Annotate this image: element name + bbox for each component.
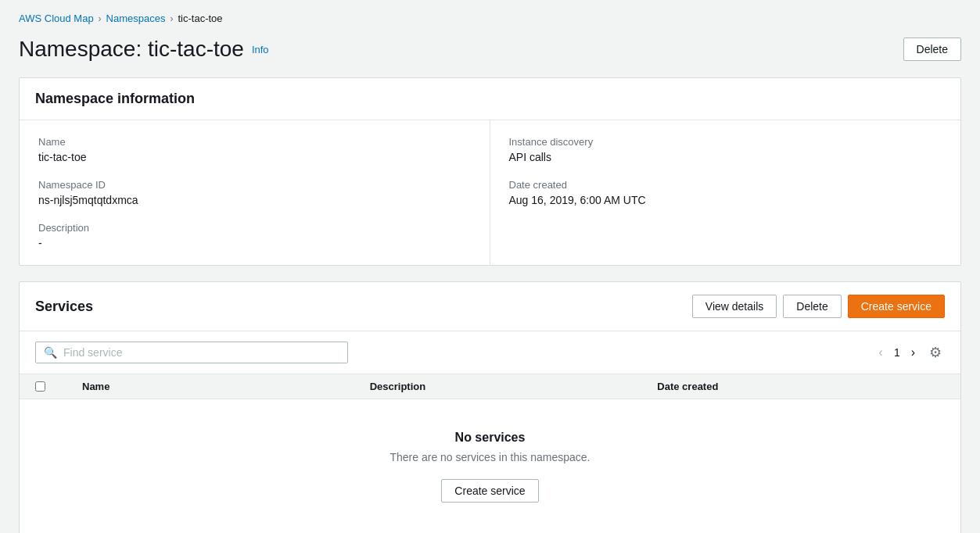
- date-created-value: Aug 16, 2019, 6:00 AM UTC: [509, 194, 942, 206]
- services-card: Services View details Delete Create serv…: [19, 281, 961, 533]
- create-service-header-button[interactable]: Create service: [848, 295, 945, 318]
- page-title-group: Namespace: tic-tac-toe Info: [19, 37, 269, 62]
- breadcrumb-namespaces[interactable]: Namespaces: [106, 13, 166, 24]
- namespace-name-item: Name tic-tac-toe: [38, 136, 471, 163]
- info-badge[interactable]: Info: [252, 44, 269, 55]
- instance-discovery-item: Instance discovery API calls: [509, 136, 942, 163]
- date-created-item: Date created Aug 16, 2019, 6:00 AM UTC: [509, 179, 942, 206]
- namespace-info-grid: Name tic-tac-toe Namespace ID ns-njlsj5m…: [20, 120, 960, 265]
- pagination-prev-button[interactable]: ‹: [874, 342, 888, 363]
- namespace-description-value: -: [38, 237, 471, 249]
- instance-discovery-label: Instance discovery: [509, 136, 942, 148]
- namespace-description-item: Description -: [38, 222, 471, 249]
- namespace-name-value: tic-tac-toe: [38, 151, 471, 163]
- empty-state-title: No services: [35, 431, 945, 445]
- breadcrumb-current: tic-tac-toe: [178, 13, 222, 24]
- search-wrapper[interactable]: 🔍: [35, 342, 348, 363]
- namespace-info-header: Namespace information: [20, 78, 960, 120]
- breadcrumb-sep-1: ›: [99, 13, 102, 24]
- search-pagination-row: 🔍 ‹ 1 › ⚙: [20, 331, 960, 374]
- table-header: Name Description Date created: [20, 374, 960, 399]
- table-select-all-checkbox[interactable]: [35, 381, 45, 392]
- empty-state-description: There are no services in this namespace.: [35, 451, 945, 463]
- breadcrumb-aws-cloud-map[interactable]: AWS Cloud Map: [19, 13, 94, 24]
- services-actions: View details Delete Create service: [692, 295, 945, 318]
- pagination-next-button[interactable]: ›: [906, 342, 920, 363]
- pagination-number: 1: [894, 346, 900, 359]
- table-settings-button[interactable]: ⚙: [926, 341, 945, 364]
- services-title: Services: [35, 299, 93, 315]
- namespace-description-label: Description: [38, 222, 471, 234]
- namespace-info-body: Name tic-tac-toe Namespace ID ns-njlsj5m…: [20, 120, 960, 265]
- table-checkbox-col: [35, 381, 82, 392]
- namespace-info-right-col: Instance discovery API calls Date create…: [490, 120, 961, 265]
- breadcrumb: AWS Cloud Map › Namespaces › tic-tac-toe: [19, 13, 961, 24]
- col-header-name: Name: [82, 381, 370, 392]
- namespace-info-card: Namespace information Name tic-tac-toe N…: [19, 77, 961, 266]
- namespace-id-item: Namespace ID ns-njlsj5mqtqtdxmca: [38, 179, 471, 206]
- delete-namespace-button[interactable]: Delete: [903, 38, 961, 61]
- breadcrumb-sep-2: ›: [170, 13, 173, 24]
- namespace-info-left-col: Name tic-tac-toe Namespace ID ns-njlsj5m…: [20, 120, 490, 265]
- page-title: Namespace: tic-tac-toe: [19, 37, 244, 62]
- namespace-info-title: Namespace information: [35, 91, 945, 107]
- namespace-id-value: ns-njlsj5mqtqtdxmca: [38, 194, 471, 206]
- col-header-date-created: Date created: [657, 381, 945, 392]
- date-created-label: Date created: [509, 179, 942, 191]
- namespace-id-label: Namespace ID: [38, 179, 471, 191]
- instance-discovery-value: API calls: [509, 151, 942, 163]
- search-icon: 🔍: [44, 346, 57, 359]
- view-details-button[interactable]: View details: [692, 295, 777, 318]
- delete-service-button[interactable]: Delete: [783, 295, 841, 318]
- empty-state: No services There are no services in thi…: [20, 399, 960, 533]
- namespace-name-label: Name: [38, 136, 471, 148]
- search-input[interactable]: [63, 346, 339, 359]
- page-header: Namespace: tic-tac-toe Info Delete: [19, 37, 961, 62]
- services-header: Services View details Delete Create serv…: [20, 282, 960, 331]
- create-service-empty-button[interactable]: Create service: [441, 479, 538, 503]
- col-header-description: Description: [370, 381, 658, 392]
- pagination: ‹ 1 › ⚙: [874, 341, 945, 364]
